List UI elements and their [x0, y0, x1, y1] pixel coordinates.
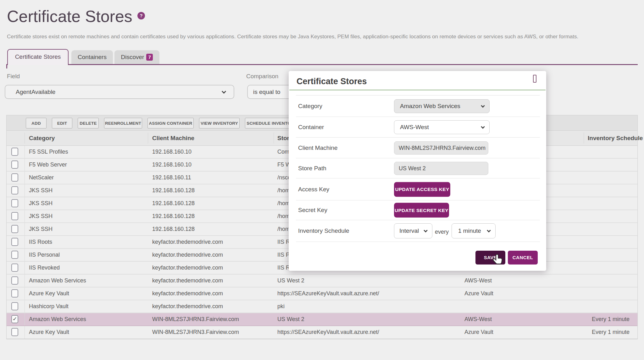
modal-field-label: Store Path: [298, 165, 326, 172]
modal-form: CategoryAmazon Web ServicesContainerAWS-…: [296, 95, 540, 242]
cell-category: JKS SSH: [29, 223, 53, 235]
cell-category: Amazon Web Services: [29, 275, 86, 287]
container-select[interactable]: AWS-West: [394, 120, 490, 134]
cell-category: IIS Revoked: [29, 262, 60, 274]
cell-category: F5 SSL Profiles: [29, 146, 68, 158]
cell-client-machine: 192.168.160.128: [152, 197, 195, 210]
row-checkbox[interactable]: [11, 199, 18, 207]
row-checkbox[interactable]: [11, 276, 18, 285]
header-category[interactable]: Category: [29, 131, 55, 146]
cancel-button[interactable]: CANCEL: [508, 251, 538, 265]
modal-field-label: Container: [298, 124, 324, 131]
update-secret-key-button[interactable]: UPDATE SECRET KEY: [394, 203, 449, 218]
interval-select[interactable]: Interval: [394, 223, 432, 238]
cell-store-path: pki: [277, 300, 285, 313]
row-checkbox-checked[interactable]: ✓: [11, 315, 18, 323]
cell-client-machine: keyfactor.thedemodrive.com: [152, 287, 223, 300]
cell-client-machine: 192.168.160.10: [152, 146, 192, 158]
cell-category: JKS SSH: [29, 210, 53, 222]
certificate-stores-modal: Certificate Stores CategoryAmazon Web Se…: [289, 71, 546, 271]
modal-row-container: ContainerAWS-West: [296, 117, 540, 138]
row-checkbox[interactable]: [11, 238, 18, 246]
toolbar-button-assign-container[interactable]: ASSIGN CONTAINER: [147, 118, 194, 128]
cell-client-machine: keyfactor.thedemodrive.com: [152, 262, 223, 274]
cell-store-path: /hom: [277, 197, 290, 210]
table-row[interactable]: Amazon Web Serviceskeyfactor.thedemodriv…: [7, 275, 637, 287]
cell-container: Azure Vault: [464, 287, 493, 300]
row-checkbox[interactable]: [11, 289, 18, 297]
select-value: AWS-West: [394, 121, 489, 134]
tab-discover[interactable]: Discover7: [114, 50, 159, 64]
row-checkbox[interactable]: [11, 212, 18, 220]
row-checkbox[interactable]: [11, 161, 18, 169]
select-value: Amazon Web Services: [394, 100, 489, 113]
modal-field-label: Category: [298, 103, 322, 110]
cell-client-machine: keyfactor.thedemodrive.com: [152, 275, 223, 287]
modal-accent-line: [289, 90, 546, 90]
row-checkbox[interactable]: [11, 302, 18, 310]
modal-row-store-path: Store PathUS West 2: [296, 158, 540, 178]
cell-category: Azure Key Vault: [29, 287, 69, 300]
row-checkbox[interactable]: [11, 251, 18, 259]
comparison-label: Comparison: [246, 73, 278, 80]
row-checkbox[interactable]: [11, 328, 18, 336]
header-client-machine[interactable]: Client Machine: [152, 131, 194, 146]
cell-store-path: /hom: [277, 223, 290, 235]
inventory-schedule-controls: Intervalevery1 minute: [394, 223, 496, 238]
header-inventory-schedule[interactable]: Inventory Schedule: [588, 131, 643, 146]
cell-client-machine: WIN-8ML2S7JHRN3.Fairview.com: [152, 326, 239, 338]
close-icon[interactable]: [533, 75, 536, 83]
row-checkbox[interactable]: [11, 186, 18, 194]
store-path-input[interactable]: US West 2: [394, 162, 488, 175]
toolbar-button-delete[interactable]: DELETE: [78, 118, 99, 128]
help-icon[interactable]: ?: [137, 12, 145, 19]
toolbar-button-reenrollment[interactable]: REENROLLMENT: [104, 118, 142, 128]
cell-category: Hashicorp Vault: [29, 300, 69, 313]
row-checkbox[interactable]: [11, 173, 18, 182]
cell-container: AWS-West: [464, 313, 492, 325]
cell-store-path: https://SEAzureKeyVault.vault.azure.net/: [277, 326, 379, 338]
table-row[interactable]: Azure Key Vaultkeyfactor.thedemodrive.co…: [7, 287, 637, 300]
modal-row-secret-key: Secret KeyUPDATE SECRET KEY: [296, 200, 540, 220]
cell-store-path: US West 2: [277, 313, 304, 325]
table-row[interactable]: Hashicorp Vaultkeyfactor.thedemodrive.co…: [7, 300, 637, 313]
tab-certificate-stores[interactable]: Certificate Stores: [7, 49, 69, 65]
row-checkbox[interactable]: [11, 264, 18, 272]
cell-client-machine: 192.168.160.128: [152, 223, 195, 235]
cell-client-machine: 192.168.160.10: [152, 159, 192, 171]
cell-client-machine: keyfactor.thedemodrive.com: [152, 300, 223, 313]
cell-client-machine: 192.168.160.11: [152, 172, 191, 184]
tab-containers[interactable]: Containers: [71, 50, 113, 64]
cell-container: Azure Vault: [464, 326, 493, 338]
modal-field-label: Client Machine: [298, 145, 338, 151]
modal-row-access-key: Access KeyUPDATE ACCESS KEY: [296, 178, 540, 200]
page-title: Certificate Stores: [7, 7, 132, 26]
update-access-key-button[interactable]: UPDATE ACCESS KEY: [394, 182, 450, 197]
cell-inventory-schedule: Every 1 minute: [592, 326, 630, 338]
table-row[interactable]: Azure Key VaultWIN-8ML2S7JHRN3.Fairview.…: [7, 326, 637, 339]
client-machine-input[interactable]: WIN-8ML2S7JHRN3.Fairview.com: [394, 141, 488, 155]
cell-category: JKS SSH: [29, 197, 53, 210]
modal-row-inventory-schedule: Inventory ScheduleIntervalevery1 minute: [296, 220, 540, 242]
row-checkbox[interactable]: [11, 148, 18, 156]
cell-container: AWS-West: [464, 275, 492, 287]
cell-category: Azure Key Vault: [29, 326, 69, 338]
cell-category: IIS Personal: [29, 249, 60, 261]
every-value-select[interactable]: 1 minute: [452, 223, 496, 238]
every-label: every: [435, 229, 449, 235]
cell-category: IIS Roots: [29, 236, 52, 248]
row-checkbox[interactable]: [11, 225, 18, 233]
cell-client-machine: 192.168.160.128: [152, 184, 195, 197]
cell-client-machine: 192.168.160.128: [152, 210, 195, 222]
table-row[interactable]: ✓Amazon Web ServicesWIN-8ML2S7JHRN3.Fair…: [7, 313, 637, 326]
cell-category: NetScaler: [29, 172, 54, 184]
toolbar-button-view-inventory[interactable]: VIEW INVENTORY: [199, 118, 240, 128]
cell-category: F5 Web Server: [29, 159, 67, 171]
toolbar-button-edit[interactable]: EDIT: [52, 118, 72, 128]
modal-row-client-machine: Client MachineWIN-8ML2S7JHRN3.Fairview.c…: [296, 138, 540, 158]
category-select[interactable]: Amazon Web Services: [394, 99, 490, 113]
tab-discover-label: Discover: [121, 54, 144, 60]
field-select[interactable]: AgentAvailable: [5, 85, 234, 99]
toolbar-button-add[interactable]: ADD: [26, 118, 47, 128]
page-description: Certificate stores exist on remote machi…: [7, 34, 578, 40]
